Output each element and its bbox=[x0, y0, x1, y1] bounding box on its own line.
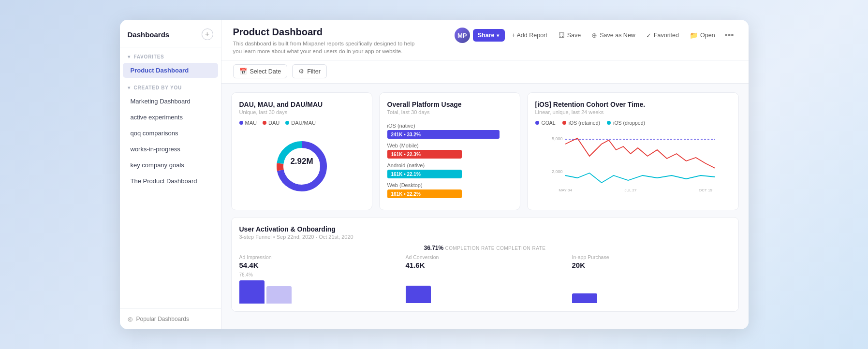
platform-usage-widget: Overall Platform Usage Total, last 30 da… bbox=[379, 92, 520, 210]
svg-text:5,000: 5,000 bbox=[552, 136, 563, 141]
dau-mau-widget: DAU, MAU, and DAU/MAU Unique, last 30 da… bbox=[231, 92, 372, 210]
filter-button[interactable]: ⚙ Filter bbox=[292, 64, 327, 78]
filter-bar: 📅 Select Date ⚙ Filter bbox=[221, 60, 749, 84]
web-desktop-bar: 161K • 22.2% bbox=[387, 189, 462, 198]
funnel-step-in-app-purchase: In-app Purchase 20K bbox=[572, 254, 731, 304]
ios-dropped-legend-item: iOS (dropped) bbox=[607, 120, 645, 126]
ios-dropped-dot bbox=[607, 121, 611, 125]
web-desktop-value: 161K • 22.2% bbox=[391, 191, 421, 197]
save-button[interactable]: 🖫 Save bbox=[554, 29, 585, 42]
in-app-purchase-label: In-app Purchase bbox=[572, 254, 731, 260]
in-app-purchase-value: 20K bbox=[572, 261, 731, 269]
favorited-button[interactable]: ✓ Favorited bbox=[642, 29, 683, 42]
mau-dot bbox=[239, 121, 243, 125]
filter-icon: ⚙ bbox=[298, 68, 304, 75]
sidebar-item-the-product-dashboard[interactable]: The Product Dashboard bbox=[123, 174, 218, 189]
ios-retained-legend-item: iOS (retained) bbox=[562, 120, 600, 126]
widgets-row-top: DAU, MAU, and DAU/MAU Unique, last 30 da… bbox=[231, 92, 739, 210]
ad-conversion-bar-area bbox=[406, 279, 564, 303]
web-mobile-bar: 161K • 22.3% bbox=[387, 150, 462, 159]
daumau-dot bbox=[285, 121, 289, 125]
completion-rate-bar: 36.71% COMPLETION RATE COMPLETION RATE bbox=[239, 245, 731, 251]
sidebar-item-marketing-dashboard[interactable]: Marketing Dashboard bbox=[123, 94, 218, 109]
svg-text:MAY 04: MAY 04 bbox=[559, 188, 572, 192]
funnel-title: User Activation & Onboarding bbox=[239, 225, 731, 233]
page-title: Product Dashboard bbox=[233, 27, 417, 38]
goal-dot bbox=[535, 121, 539, 125]
ad-impression-ghost-bar bbox=[266, 286, 292, 304]
web-mobile-label: Web (Mobile) bbox=[387, 143, 512, 148]
ad-impression-value: 54.4K bbox=[239, 261, 398, 269]
folder-icon: 📁 bbox=[690, 31, 698, 39]
platform-usage-title: Overall Platform Usage bbox=[387, 101, 512, 108]
android-bar: 161K • 22.1% bbox=[387, 170, 462, 178]
ad-impression-bar-area bbox=[239, 279, 398, 304]
goal-legend-item: GOAL bbox=[535, 120, 556, 126]
add-report-button[interactable]: + Add Report bbox=[508, 29, 551, 42]
svg-text:2.92M: 2.92M bbox=[290, 157, 313, 166]
save-label: Save bbox=[567, 32, 581, 39]
donut-chart-wrap: 2.92M bbox=[239, 131, 364, 202]
check-icon: ✓ bbox=[646, 32, 651, 39]
popular-dashboards-footer[interactable]: ◎ Popular Dashboards bbox=[120, 308, 221, 329]
dashboard-description: This dashboard is built from Mixpanel re… bbox=[233, 40, 417, 55]
svg-text:OCT 19: OCT 19 bbox=[699, 188, 712, 192]
mau-label: MAU bbox=[245, 120, 257, 126]
funnel-steps: Ad Impression 54.4K 76.4% Ad Conversion … bbox=[239, 254, 731, 304]
retention-title: [iOS] Retention Cohort Over Time. bbox=[535, 101, 731, 108]
ios-retained-label: iOS (retained) bbox=[569, 120, 600, 126]
sidebar-item-active-experiments[interactable]: active experiments bbox=[123, 110, 218, 125]
share-button[interactable]: Share ▾ bbox=[473, 29, 505, 42]
dashboard-content: DAU, MAU, and DAU/MAU Unique, last 30 da… bbox=[221, 84, 749, 329]
android-label: Android (native) bbox=[387, 162, 512, 168]
add-report-label: + Add Report bbox=[512, 32, 547, 39]
open-label: Open bbox=[700, 32, 715, 39]
svg-text:2,000: 2,000 bbox=[552, 169, 563, 174]
ad-impression-label: Ad Impression bbox=[239, 254, 398, 260]
ad-conversion-bar bbox=[406, 286, 431, 303]
ios-label: iOS (native) bbox=[387, 123, 512, 129]
main-content: Product Dashboard This dashboard is buil… bbox=[221, 20, 749, 329]
share-label: Share bbox=[478, 32, 495, 39]
open-button[interactable]: 📁 Open bbox=[686, 29, 719, 42]
save-icon: 🖫 bbox=[558, 31, 565, 39]
created-by-you-section-label: ▾ Created by You bbox=[120, 78, 221, 93]
sidebar-title: Dashboards bbox=[128, 30, 170, 39]
favorited-label: Favorited bbox=[654, 32, 679, 39]
legend-dau: DAU bbox=[263, 120, 280, 126]
avatar-initials: MP bbox=[457, 32, 467, 39]
sidebar-item-works-in-progress[interactable]: works-in-progress bbox=[123, 142, 218, 157]
ios-value: 241K • 33.2% bbox=[391, 132, 421, 137]
chevron-down-icon: ▾ bbox=[497, 33, 499, 38]
copy-icon: ⊕ bbox=[591, 31, 597, 39]
sidebar-item-qoq-comparisons[interactable]: qoq comparisons bbox=[123, 126, 218, 141]
in-app-purchase-bar bbox=[572, 293, 597, 303]
sidebar-item-product-dashboard[interactable]: Product Dashboard bbox=[123, 63, 218, 78]
popular-dashboards-icon: ◎ bbox=[128, 316, 132, 322]
platform-bars: iOS (native) 241K • 33.2% Web (Mobile) 1… bbox=[387, 123, 512, 202]
dau-dot bbox=[263, 121, 266, 125]
app-container: Dashboards + ▾ Favorites Product Dashboa… bbox=[120, 20, 749, 329]
filter-label: Filter bbox=[307, 68, 321, 75]
web-desktop-label: Web (Desktop) bbox=[387, 182, 512, 188]
platform-ios: iOS (native) 241K • 33.2% bbox=[387, 123, 512, 139]
add-dashboard-button[interactable]: + bbox=[202, 29, 213, 40]
funnel-step-ad-conversion: Ad Conversion 41.6K bbox=[406, 254, 564, 304]
retention-subtitle: Linear, unique, last 24 weeks bbox=[535, 109, 731, 115]
ad-conversion-value: 41.6K bbox=[406, 261, 564, 269]
donut-legend: MAU DAU DAU/MAU bbox=[239, 120, 364, 126]
dau-mau-title: DAU, MAU, and DAU/MAU bbox=[239, 101, 364, 108]
sidebar-header: Dashboards + bbox=[120, 20, 221, 47]
popular-dashboards-label: Popular Dashboards bbox=[136, 316, 189, 322]
select-date-button[interactable]: 📅 Select Date bbox=[233, 64, 288, 78]
more-options-button[interactable]: ••• bbox=[722, 29, 737, 43]
retention-widget: [iOS] Retention Cohort Over Time. Linear… bbox=[527, 92, 739, 210]
save-as-new-button[interactable]: ⊕ Save as New bbox=[588, 29, 639, 42]
sidebar-item-key-company-goals[interactable]: key company goals bbox=[123, 158, 218, 173]
platform-usage-subtitle: Total, last 30 days bbox=[387, 109, 512, 115]
calendar-icon: 📅 bbox=[239, 68, 247, 75]
legend-mau: MAU bbox=[239, 120, 257, 126]
completion-label: COMPLETION RATE bbox=[445, 246, 495, 251]
platform-web-desktop: Web (Desktop) 161K • 22.2% bbox=[387, 182, 512, 198]
funnel-step-ad-impression: Ad Impression 54.4K 76.4% bbox=[239, 254, 398, 304]
